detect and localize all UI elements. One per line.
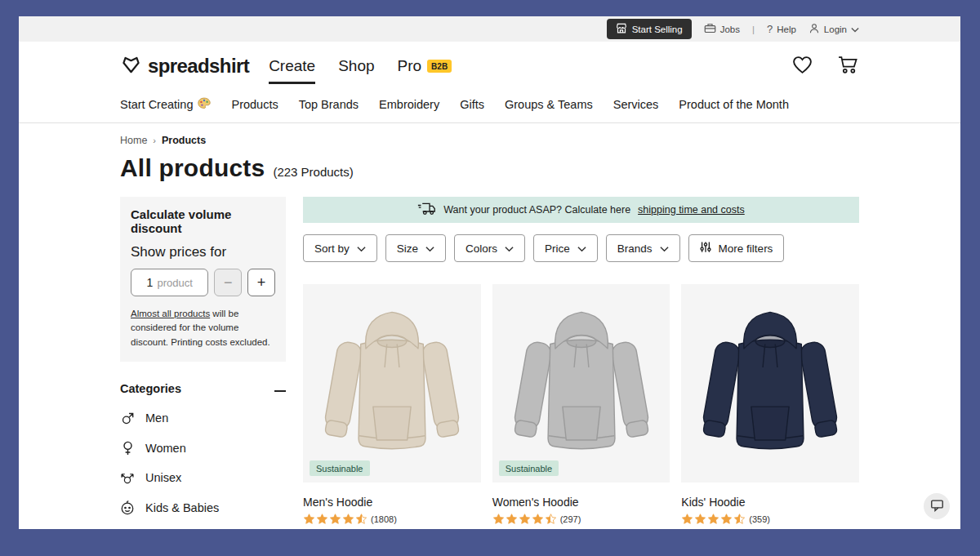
quantity-input[interactable]: 1 product bbox=[131, 269, 208, 296]
category-label: Kids & Babies bbox=[145, 501, 219, 514]
browser-viewport: Start Selling Jobs | ? Help Login bbox=[19, 16, 960, 529]
decrease-quantity-button[interactable]: − bbox=[214, 269, 242, 296]
breadcrumb-home[interactable]: Home bbox=[120, 135, 147, 146]
chat-button[interactable] bbox=[924, 493, 950, 519]
filter-more-filters[interactable]: More filters bbox=[688, 234, 785, 262]
start-selling-button[interactable]: Start Selling bbox=[607, 19, 692, 39]
subnav-item-top-brands[interactable]: Top Brands bbox=[299, 98, 359, 111]
cart-icon[interactable] bbox=[837, 55, 859, 78]
quantity-value: 1 bbox=[147, 276, 154, 289]
secondary-nav: Start CreatingProductsTop BrandsEmbroide… bbox=[120, 86, 859, 122]
subnav-item-product-of-the-month[interactable]: Product of the Month bbox=[679, 98, 789, 111]
product-name[interactable]: Men's Hoodie bbox=[303, 496, 481, 509]
chevron-down-icon bbox=[425, 242, 434, 255]
topbar-separator: | bbox=[752, 24, 755, 34]
discount-note: Almost all products will be considered f… bbox=[131, 307, 275, 349]
nav-item-create[interactable]: Create bbox=[269, 57, 315, 75]
sidebar-item-unisex[interactable]: Unisex bbox=[120, 471, 286, 485]
filter-price[interactable]: Price bbox=[533, 234, 598, 262]
category-label: Unisex bbox=[145, 471, 181, 484]
product-count: (223 Products) bbox=[273, 165, 353, 179]
review-count: (1808) bbox=[371, 514, 397, 524]
truck-icon bbox=[417, 202, 436, 218]
category-label: Men bbox=[145, 411, 168, 425]
filter-sort-by[interactable]: Sort by bbox=[303, 234, 377, 262]
product-image[interactable]: Sustainable bbox=[303, 284, 481, 483]
subnav-item-label: Start Creating bbox=[120, 98, 193, 111]
banner-text: Want your product ASAP? Calculate here bbox=[443, 204, 630, 216]
show-prices-label: Show prices for bbox=[131, 244, 275, 260]
subnav-item-embroidery[interactable]: Embroidery bbox=[379, 98, 439, 111]
filter-sidebar: Calculate volume discount Show prices fo… bbox=[120, 197, 286, 529]
chevron-down-icon bbox=[577, 242, 586, 255]
heart-logo-icon bbox=[120, 54, 142, 78]
product-card[interactable]: Kids' Hoodie(359)Available for children … bbox=[681, 284, 859, 529]
product-card[interactable]: SustainableWomen's Hoodie(297)Available … bbox=[492, 284, 670, 529]
review-count: (359) bbox=[749, 514, 770, 524]
filter-colors[interactable]: Colors bbox=[454, 234, 525, 262]
breadcrumb: Home › Products bbox=[120, 135, 859, 146]
baby-icon bbox=[120, 500, 135, 515]
review-count: (297) bbox=[560, 514, 581, 524]
chevron-down-icon bbox=[851, 24, 859, 34]
product-grid: SustainableMen's Hoodie(1808)Available f… bbox=[303, 284, 859, 529]
nav-item-label: Shop bbox=[338, 57, 374, 75]
subnav-item-start-creating[interactable]: Start Creating bbox=[120, 97, 211, 112]
breadcrumb-products: Products bbox=[162, 135, 206, 146]
nav-item-label: Pro bbox=[398, 57, 422, 75]
sliders-icon bbox=[700, 241, 711, 256]
help-link[interactable]: ? Help bbox=[767, 23, 796, 35]
nav-item-pro[interactable]: ProB2B bbox=[398, 57, 452, 75]
chat-bubble-icon bbox=[930, 499, 944, 514]
jobs-link[interactable]: Jobs bbox=[704, 23, 740, 35]
subnav-item-gifts[interactable]: Gifts bbox=[460, 98, 484, 111]
nav-item-shop[interactable]: Shop bbox=[338, 57, 374, 75]
product-image[interactable] bbox=[681, 284, 859, 483]
categories-header[interactable]: Categories bbox=[120, 381, 286, 396]
results-area: Want your product ASAP? Calculate here s… bbox=[303, 197, 859, 529]
sidebar-item-men[interactable]: Men bbox=[120, 411, 286, 425]
wishlist-heart-icon[interactable] bbox=[792, 56, 813, 78]
almost-all-products-link[interactable]: Almost all products bbox=[131, 309, 210, 318]
product-name[interactable]: Kids' Hoodie bbox=[681, 496, 859, 509]
unisex-icon bbox=[120, 471, 135, 485]
categories-section: Categories MenWomenUnisexKids & Babies bbox=[120, 381, 286, 515]
collapse-minus-icon[interactable] bbox=[274, 381, 286, 396]
filter-label: Colors bbox=[466, 242, 497, 255]
chevron-down-icon bbox=[505, 242, 514, 255]
filter-label: Price bbox=[545, 242, 570, 255]
filter-label: More filters bbox=[719, 242, 773, 255]
product-image[interactable]: Sustainable bbox=[492, 284, 670, 483]
breadcrumb-chevron-icon: › bbox=[153, 136, 156, 145]
subnav-item-label: Product of the Month bbox=[679, 98, 789, 111]
help-label: Help bbox=[777, 24, 796, 34]
top-utility-bar: Start Selling Jobs | ? Help Login bbox=[19, 16, 960, 42]
site-header: spreadshirt CreateShopProB2B Start Creat… bbox=[19, 42, 960, 123]
categories-title: Categories bbox=[120, 382, 181, 395]
spreadshirt-logo[interactable]: spreadshirt bbox=[120, 54, 249, 78]
sidebar-item-kids-babies[interactable]: Kids & Babies bbox=[120, 500, 286, 515]
subnav-item-label: Products bbox=[231, 98, 278, 111]
star-rating: (297) bbox=[492, 514, 670, 525]
subnav-item-groups-teams[interactable]: Groups & Teams bbox=[505, 98, 593, 111]
product-card[interactable]: SustainableMen's Hoodie(1808)Available f… bbox=[303, 284, 481, 529]
primary-nav: CreateShopProB2B bbox=[269, 57, 452, 75]
filter-brands[interactable]: Brands bbox=[606, 234, 680, 262]
product-name[interactable]: Women's Hoodie bbox=[492, 496, 670, 509]
login-menu[interactable]: Login bbox=[808, 23, 859, 36]
question-icon: ? bbox=[767, 23, 773, 35]
subnav-item-label: Groups & Teams bbox=[505, 98, 593, 111]
palette-icon bbox=[198, 97, 211, 112]
shipping-costs-link[interactable]: shipping time and costs bbox=[638, 204, 745, 216]
sidebar-item-women[interactable]: Women bbox=[120, 441, 286, 456]
start-selling-label: Start Selling bbox=[632, 24, 683, 34]
subnav-item-label: Services bbox=[613, 98, 659, 111]
increase-quantity-button[interactable]: + bbox=[247, 269, 275, 296]
filter-label: Size bbox=[397, 242, 418, 255]
subnav-item-label: Gifts bbox=[460, 98, 484, 111]
subnav-item-label: Top Brands bbox=[299, 98, 359, 111]
sustainable-badge: Sustainable bbox=[499, 460, 559, 476]
subnav-item-products[interactable]: Products bbox=[231, 98, 278, 111]
filter-size[interactable]: Size bbox=[385, 234, 446, 262]
subnav-item-services[interactable]: Services bbox=[613, 98, 659, 111]
